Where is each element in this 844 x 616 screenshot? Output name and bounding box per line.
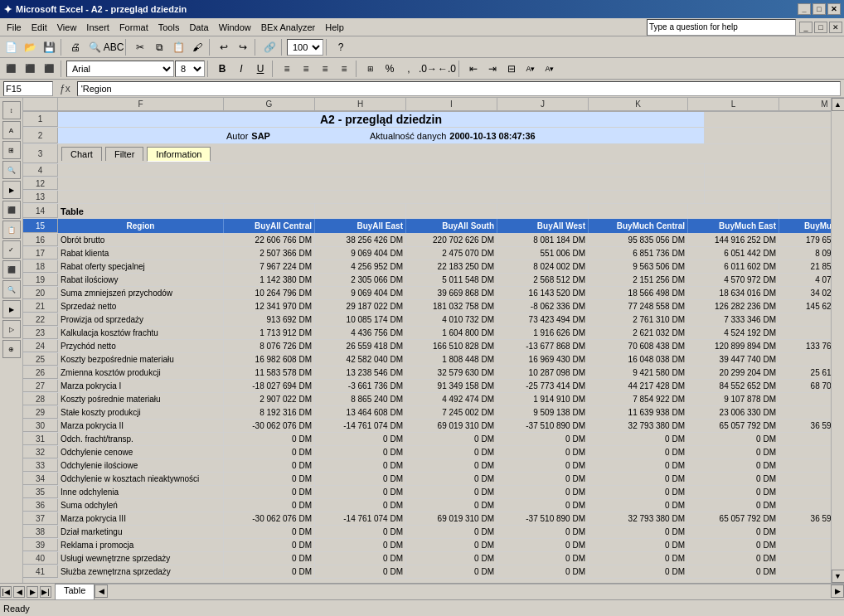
- data-cell[interactable]: -3 661 736 DM: [315, 380, 406, 392]
- align-right-button[interactable]: ≡: [316, 60, 334, 78]
- data-cell[interactable]: 0 DM: [315, 499, 406, 512]
- data-cell[interactable]: 69 019 310 DM: [406, 420, 497, 432]
- data-cell[interactable]: 0 DM: [589, 565, 688, 578]
- italic-button[interactable]: I: [232, 60, 250, 78]
- data-cell[interactable]: 9 069 404 DM: [315, 287, 406, 299]
- data-cell[interactable]: 0 DM: [406, 459, 497, 472]
- table-row[interactable]: 29Stałe koszty produkcji8 192 316 DM13 4…: [23, 406, 831, 420]
- panel-btn-6[interactable]: ⬛: [2, 201, 21, 219]
- scroll-down-button[interactable]: ▼: [832, 570, 845, 583]
- data-cell[interactable]: 0 DM: [315, 552, 406, 565]
- cell-reference[interactable]: F15: [3, 81, 53, 96]
- data-cell[interactable]: 0 DM: [406, 526, 497, 538]
- data-cell[interactable]: [779, 406, 831, 419]
- data-cell[interactable]: 9 421 580 DM: [589, 366, 688, 379]
- header-buyall-central[interactable]: BuyAll Central: [224, 219, 315, 233]
- panel-btn-10[interactable]: 🔍: [2, 280, 21, 298]
- copy-button[interactable]: ⧉: [150, 38, 168, 56]
- data-cell[interactable]: 6 011 602 DM: [688, 260, 779, 273]
- header-region[interactable]: Region: [58, 219, 224, 233]
- grid-wrapper[interactable]: 1 A2 - przegląd dziedzin 2 Autor SAP Akt…: [23, 112, 831, 583]
- comma-button[interactable]: ,: [400, 60, 418, 78]
- data-cell[interactable]: 1 142 380 DM: [224, 274, 315, 286]
- data-cell[interactable]: 8 024 002 DM: [497, 260, 589, 273]
- data-cell[interactable]: 9 509 138 DM: [497, 406, 589, 419]
- panel-btn-4[interactable]: 🔍: [2, 161, 21, 179]
- data-cell[interactable]: 0 DM: [688, 539, 779, 551]
- print-button[interactable]: 🖨: [66, 38, 85, 56]
- data-cell[interactable]: 68 705 188 DM: [779, 380, 831, 392]
- data-cell[interactable]: 0 DM: [224, 486, 315, 498]
- spell-button[interactable]: ABC: [104, 38, 123, 56]
- data-cell[interactable]: 144 916 252 DM: [688, 234, 779, 246]
- header-buymuch-central[interactable]: BuyMuch Central: [589, 219, 688, 233]
- redo-button[interactable]: ↪: [234, 38, 252, 56]
- data-cell[interactable]: 0 DM: [315, 433, 406, 445]
- minimize-button[interactable]: _: [798, 3, 811, 15]
- data-cell[interactable]: 0 DM: [406, 473, 497, 485]
- data-cell[interactable]: 913 692 DM: [224, 313, 315, 326]
- data-cell[interactable]: 0 DM: [688, 433, 779, 445]
- align-left-button[interactable]: ≡: [278, 60, 296, 78]
- data-cell[interactable]: 0 DM: [779, 539, 831, 551]
- data-cell[interactable]: 0 DM: [497, 499, 589, 512]
- table-row[interactable]: 17Rabat klienta2 507 366 DM9 069 404 DM2…: [23, 247, 831, 260]
- data-cell[interactable]: [779, 327, 831, 339]
- table-row[interactable]: 41Służba zewnętrzna sprzedaży0 DM0 DM0 D…: [23, 565, 831, 579]
- menu-format[interactable]: Format: [114, 18, 153, 36]
- data-cell[interactable]: 133 764 714 DM: [779, 340, 831, 352]
- data-cell[interactable]: 0 DM: [224, 552, 315, 565]
- data-cell[interactable]: 0 DM: [224, 433, 315, 445]
- data-cell[interactable]: 11 639 938 DM: [589, 406, 688, 419]
- v-scrollbar[interactable]: ▲ ▼: [831, 98, 844, 583]
- data-cell[interactable]: 73 423 494 DM: [497, 313, 589, 326]
- data-cell[interactable]: 9 563 506 DM: [589, 260, 688, 273]
- title-bar-buttons[interactable]: _ □ ✕: [798, 3, 841, 15]
- data-cell[interactable]: 0 DM: [779, 473, 831, 485]
- maximize-button[interactable]: □: [812, 3, 826, 15]
- data-cell[interactable]: 0 DM: [589, 473, 688, 485]
- data-cell[interactable]: 16 982 608 DM: [224, 353, 315, 366]
- data-cell[interactable]: -30 062 076 DM: [224, 512, 315, 525]
- table-row[interactable]: 24Przychód netto8 076 726 DM26 559 418 D…: [23, 340, 831, 353]
- data-cell[interactable]: 1 713 912 DM: [224, 327, 315, 339]
- underline-button[interactable]: U: [251, 60, 269, 78]
- data-cell[interactable]: 4 010 732 DM: [406, 313, 497, 326]
- table-row[interactable]: 30Marza pokrycia II-30 062 076 DM-14 761…: [23, 420, 831, 433]
- data-cell[interactable]: 0 DM: [779, 459, 831, 472]
- data-cell[interactable]: 8 076 726 DM: [224, 340, 315, 352]
- data-cell[interactable]: 12 341 970 DM: [224, 300, 315, 313]
- table-row[interactable]: 36Suma odchyleń0 DM0 DM0 DM0 DM0 DM0 DM0…: [23, 499, 831, 512]
- h-scrollbar[interactable]: ◀ ▶: [95, 584, 844, 597]
- data-cell[interactable]: 4 436 756 DM: [315, 327, 406, 339]
- table-row[interactable]: 39Reklama i promocja0 DM0 DM0 DM0 DM0 DM…: [23, 539, 831, 552]
- header-buymuch-east[interactable]: BuyMuch East: [688, 219, 779, 233]
- data-cell[interactable]: 42 582 040 DM: [315, 353, 406, 366]
- dec-decimal-button[interactable]: ←.0: [438, 60, 456, 78]
- data-cell[interactable]: -25 773 414 DM: [497, 380, 589, 392]
- data-cell[interactable]: 0 DM: [589, 446, 688, 458]
- data-cell[interactable]: -13 677 868 DM: [497, 340, 589, 352]
- increase-indent-button[interactable]: ⇥: [483, 60, 502, 78]
- scroll-up-button[interactable]: ▲: [832, 98, 845, 111]
- data-cell[interactable]: 0 DM: [779, 446, 831, 458]
- data-cell[interactable]: 32 793 380 DM: [589, 512, 688, 525]
- data-cell[interactable]: 8 095 976 DM: [779, 247, 831, 259]
- data-cell[interactable]: 2 305 066 DM: [315, 274, 406, 286]
- data-cell[interactable]: 126 282 236 DM: [688, 300, 779, 313]
- header-buyall-south[interactable]: BuyAll South: [406, 219, 497, 233]
- data-cell[interactable]: 5 011 548 DM: [406, 274, 497, 286]
- panel-btn-2[interactable]: A: [2, 121, 21, 139]
- table-row[interactable]: 38Dział marketingu0 DM0 DM0 DM0 DM0 DM0 …: [23, 526, 831, 539]
- paste-button[interactable]: 📋: [169, 38, 187, 56]
- tab-information-button[interactable]: Information: [147, 147, 211, 162]
- bex-btn-1[interactable]: ⬛: [2, 60, 20, 78]
- data-cell[interactable]: 0 DM: [497, 446, 589, 458]
- data-cell[interactable]: 0 DM: [224, 565, 315, 578]
- menu-view[interactable]: View: [52, 18, 82, 36]
- data-cell[interactable]: [779, 393, 831, 405]
- data-cell[interactable]: -37 510 890 DM: [497, 512, 589, 525]
- size-select[interactable]: 8 10 12: [175, 61, 205, 77]
- table-row[interactable]: 19Rabat ilościowy1 142 380 DM2 305 066 D…: [23, 274, 831, 287]
- data-cell[interactable]: 0 DM: [589, 486, 688, 498]
